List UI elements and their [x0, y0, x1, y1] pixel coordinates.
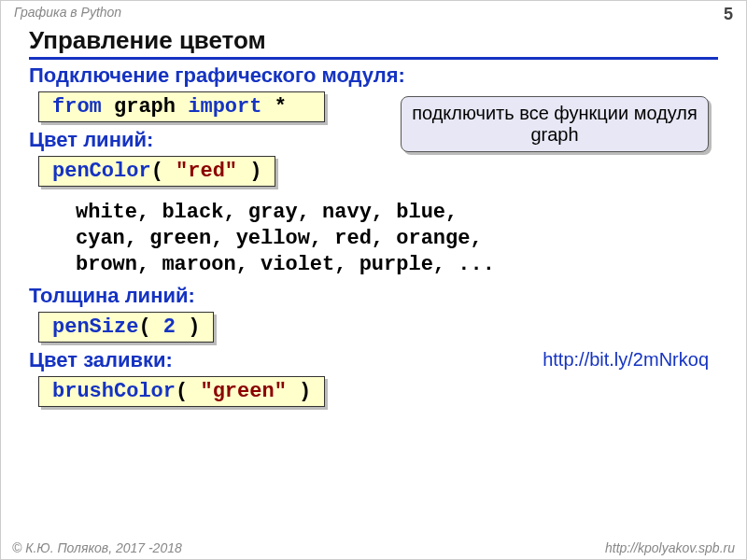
token-paren-open: (	[138, 315, 162, 339]
token-paren-close: )	[237, 160, 261, 183]
token-paren-close: )	[176, 315, 200, 339]
token-fn: brushColor	[52, 380, 176, 403]
token-arg: "green"	[200, 380, 286, 403]
token-import: import	[188, 95, 261, 119]
code-brushcolor: brushColor( "green" )	[38, 376, 325, 407]
token-paren-open: (	[151, 160, 176, 183]
token-arg: 2	[163, 315, 176, 339]
token-fn: penSize	[52, 315, 138, 339]
colors-link[interactable]: http://bit.ly/2mNrkoq	[543, 349, 709, 371]
section-label-import: Подключение графического модуля:	[29, 63, 718, 88]
code-pencolor: penColor( "red" )	[38, 156, 275, 187]
colors-list: white, black, gray, navy, blue, cyan, gr…	[76, 200, 718, 278]
token-from: from	[52, 95, 102, 119]
code-import: from graph import *	[38, 91, 325, 122]
token-star: *	[261, 95, 311, 119]
section-label-pensize: Толщина линий:	[29, 284, 718, 308]
token-paren-close: )	[287, 380, 311, 403]
slide-header: Графика в Python 5	[1, 1, 746, 26]
page-number: 5	[724, 5, 733, 24]
footer-copyright: © К.Ю. Поляков, 2017 -2018	[12, 540, 182, 555]
code-pensize: penSize( 2 )	[38, 312, 214, 343]
slide-title: Управление цветом	[29, 26, 718, 60]
token-arg: "red"	[176, 160, 237, 183]
callout-box: подключить все функции модуля graph	[401, 96, 709, 152]
token-fn: penColor	[52, 160, 151, 183]
slide-footer: © К.Ю. Поляков, 2017 -2018 http://kpolya…	[1, 538, 746, 559]
footer-url: http://kpolyakov.spb.ru	[605, 540, 735, 555]
token-module: graph	[102, 95, 188, 119]
token-paren-open: (	[176, 380, 200, 403]
slide-topic: Графика в Python	[14, 5, 121, 24]
